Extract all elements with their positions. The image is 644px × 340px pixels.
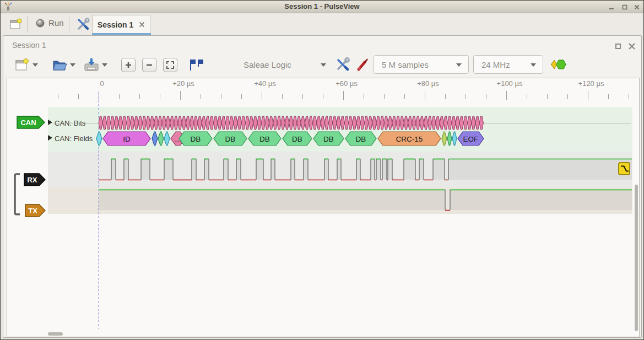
- ruler-label: +40 µs: [254, 79, 276, 88]
- trace-view[interactable]: 0+20 µs+40 µs+60 µs+80 µs+100 µs+120 µs …: [7, 78, 640, 337]
- config-wrench-icon: [335, 57, 350, 72]
- save-button[interactable]: [83, 57, 100, 73]
- add-decoder-button[interactable]: [550, 58, 567, 71]
- main-toolbar: Run Session 1: [1, 14, 643, 35]
- new-session-icon: [8, 17, 23, 31]
- open-button[interactable]: [51, 57, 68, 73]
- device-select[interactable]: Saleae Logic: [243, 60, 291, 69]
- title-bar: Session 1 - PulseView: [1, 1, 643, 13]
- new-file-dropdown-icon[interactable]: [33, 63, 38, 67]
- zoom-out-icon: [145, 61, 154, 69]
- toolbar-separator: [27, 16, 28, 33]
- ruler-label: 0: [100, 79, 104, 88]
- minimize-button[interactable]: [607, 3, 616, 12]
- sample-count-dropdown-icon: [456, 63, 462, 67]
- ruler-label: +80 µs: [417, 79, 439, 88]
- ruler-label: +60 µs: [335, 79, 358, 88]
- device-dropdown-icon[interactable]: [321, 63, 326, 67]
- dock-close-icon: [628, 42, 636, 50]
- new-session-button[interactable]: [5, 16, 26, 33]
- dock-close-button[interactable]: [627, 42, 636, 51]
- sample-rate-value: 24 MHz: [481, 60, 510, 69]
- device-config-button[interactable]: [335, 57, 350, 72]
- zoom-out-button[interactable]: [142, 58, 156, 72]
- settings-button[interactable]: [73, 16, 94, 33]
- dock-title: Session 1: [12, 41, 46, 50]
- session-dock: Session 1: [3, 35, 642, 338]
- sample-count-value: 5 M samples: [382, 60, 429, 69]
- minimize-icon: [608, 4, 615, 10]
- ruler-label: +100 µs: [497, 79, 523, 88]
- toolbar-separator: [69, 16, 69, 33]
- channels-probe-icon-button[interactable]: [355, 57, 370, 72]
- new-file-icon: [13, 57, 30, 73]
- close-icon: [634, 4, 640, 10]
- ruler-label: +120 µs: [578, 79, 604, 88]
- tab-label: Session 1: [98, 20, 133, 29]
- pulseview-window: Session 1 - PulseView Run: [0, 0, 644, 340]
- run-icon: [36, 19, 45, 28]
- trigger-flags-icon: [188, 58, 205, 72]
- maximize-button[interactable]: [620, 3, 629, 12]
- window-title: Session 1 - PulseView: [1, 2, 643, 10]
- new-file-button[interactable]: [13, 57, 30, 73]
- save-icon: [83, 57, 100, 73]
- rx-row-background[interactable]: [48, 152, 632, 187]
- zoom-fit-icon: [166, 61, 175, 69]
- save-dropdown-icon[interactable]: [102, 63, 107, 67]
- dock-float-button[interactable]: [614, 42, 623, 51]
- row-label-can-bits[interactable]: CAN: Bits: [55, 119, 85, 127]
- tx-row-background[interactable]: [48, 187, 632, 214]
- add-decoder-icon: [550, 58, 567, 71]
- open-dropdown-icon[interactable]: [70, 63, 75, 67]
- float-icon: [615, 43, 621, 50]
- probe-icon: [355, 57, 370, 72]
- wrench-screwdriver-icon: [76, 17, 90, 31]
- run-button[interactable]: Run: [33, 17, 67, 29]
- close-button[interactable]: [632, 3, 641, 12]
- sample-count-select[interactable]: 5 M samples: [374, 55, 469, 74]
- tab-close-icon[interactable]: [139, 21, 145, 28]
- maximize-icon: [621, 4, 628, 10]
- row-label-can-fields[interactable]: CAN: Fields: [55, 134, 93, 143]
- vertical-scrollbar-thumb[interactable]: [635, 185, 638, 331]
- time-ruler[interactable]: 0+20 µs+40 µs+60 µs+80 µs+100 µs+120 µs: [7, 79, 639, 90]
- sample-rate-dropdown-icon: [531, 63, 536, 67]
- sample-rate-select[interactable]: 24 MHz: [473, 55, 543, 74]
- run-button-label: Run: [48, 18, 64, 28]
- trigger-settings-button[interactable]: [188, 58, 205, 72]
- open-folder-icon: [51, 57, 68, 73]
- decoder-row-background[interactable]: [48, 107, 632, 152]
- zoom-in-button[interactable]: [121, 58, 136, 72]
- session-tab[interactable]: Session 1: [92, 15, 150, 34]
- ruler-label: +20 µs: [172, 79, 194, 88]
- zoom-in-icon: [124, 61, 133, 69]
- zoom-fit-button[interactable]: [163, 58, 177, 72]
- horizontal-scrollbar-thumb[interactable]: [48, 332, 63, 336]
